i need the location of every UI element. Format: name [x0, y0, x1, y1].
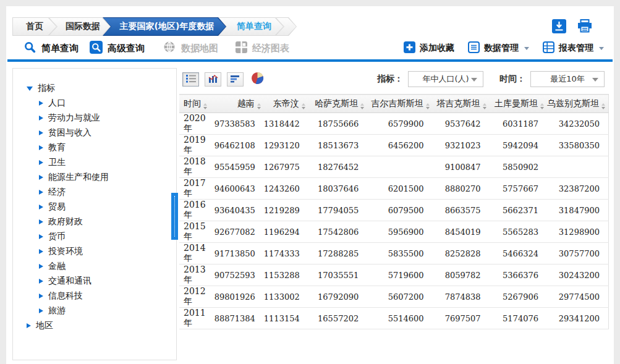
triangle-collapsed-icon[interactable] [39, 308, 43, 313]
download-icon[interactable] [552, 19, 566, 33]
sort-icon[interactable] [601, 103, 605, 109]
value-cell: 5565283 [490, 221, 547, 243]
sort-icon[interactable] [203, 103, 207, 109]
tree-child-label: 贸易 [48, 201, 66, 213]
column-header[interactable]: 塔吉克斯坦 [433, 95, 490, 113]
year-cell: 2018年 [179, 156, 214, 178]
column-header[interactable]: 土库曼斯坦 [490, 95, 547, 113]
triangle-collapsed-icon[interactable] [39, 294, 43, 298]
value-cell: 1133002 [264, 286, 308, 308]
value-cell: 1174333 [264, 243, 308, 265]
advanced-query-button[interactable]: 高级查询 [90, 41, 145, 56]
tree-child-item[interactable]: 教育 [27, 140, 176, 155]
tree-child-item[interactable]: 信息科技 [27, 289, 176, 303]
value-cell: 93640435 [214, 200, 264, 221]
tree-child-item[interactable]: 金融 [27, 259, 176, 274]
breadcrumb-tab-simple-query[interactable]: 简单查询 [218, 17, 284, 36]
add-favorite-button[interactable]: 添加收藏 [404, 41, 454, 55]
triangle-collapsed-icon[interactable] [39, 130, 43, 135]
chevron-down-icon [524, 47, 529, 50]
column-header-label: 哈萨克斯坦 [315, 98, 358, 108]
printer-icon[interactable] [577, 19, 593, 33]
value-cell [547, 156, 609, 178]
breadcrumb-tab-international-data[interactable]: 国际数据 [49, 17, 111, 36]
column-header[interactable]: 东帝汶 [264, 95, 308, 113]
value-cell: 5850902 [490, 156, 547, 178]
column-chart-button[interactable] [205, 72, 221, 87]
column-header[interactable]: 哈萨克斯坦 [308, 95, 368, 113]
tree-child-item[interactable]: 旅游 [27, 303, 176, 318]
simple-query-label: 简单查询 [41, 43, 79, 54]
column-header-label: 东帝汶 [273, 98, 299, 108]
triangle-expanded-icon[interactable] [27, 87, 33, 91]
value-cell: 8663575 [433, 200, 490, 221]
tree-child-item[interactable]: 贫困与收入 [27, 125, 176, 140]
tree-child-item[interactable]: 贸易 [27, 200, 176, 214]
chevron-down-icon [592, 78, 598, 82]
year-cell: 2016年 [179, 200, 214, 221]
column-header[interactable]: 吉尔吉斯斯坦 [367, 95, 432, 113]
value-cell: 5942094 [490, 135, 547, 156]
triangle-collapsed-icon[interactable] [39, 234, 43, 239]
year-cell: 2017年 [179, 178, 214, 200]
sort-icon[interactable] [540, 103, 544, 109]
sort-icon[interactable] [483, 103, 486, 109]
breadcrumb-tab-home[interactable]: 首页 [12, 17, 57, 36]
triangle-collapsed-icon[interactable] [39, 264, 43, 269]
sort-icon[interactable] [360, 103, 364, 109]
value-cell: 5719600 [367, 265, 432, 286]
magnifier-box-icon [90, 41, 103, 56]
sidebar: 指标人口劳动力与就业贫困与收入教育卫生能源生产和使用经济贸易政府财政货币投资环境… [12, 68, 177, 360]
panel-splitter-handle[interactable] [171, 193, 178, 240]
tree-root-item[interactable]: 指标 [27, 81, 176, 96]
triangle-collapsed-icon[interactable] [27, 323, 31, 328]
bar-chart-button[interactable] [227, 72, 244, 87]
report-manage-button[interactable]: 报表管理 [543, 41, 604, 55]
triangle-collapsed-icon[interactable] [39, 145, 43, 150]
triangle-collapsed-icon[interactable] [39, 116, 43, 121]
value-cell: 95545959 [214, 156, 264, 178]
triangle-collapsed-icon[interactable] [39, 249, 43, 254]
value-cell [367, 156, 432, 178]
indicator-select[interactable]: 年中人口(人) [408, 71, 483, 87]
column-header[interactable]: 越南 [214, 95, 264, 113]
tree-child-item[interactable]: 能源生产和使用 [27, 170, 176, 185]
tree-child-item[interactable]: 交通和通讯 [27, 274, 176, 289]
triangle-collapsed-icon[interactable] [39, 190, 43, 195]
sort-icon[interactable] [257, 103, 261, 109]
indicator-select-value: 年中人口(人) [422, 74, 469, 85]
tree-child-item[interactable]: 货币 [27, 229, 176, 244]
triangle-collapsed-icon[interactable] [39, 101, 43, 106]
data-manage-button[interactable]: 数据管理 [468, 41, 529, 55]
triangle-collapsed-icon[interactable] [39, 160, 43, 165]
tree-child-item[interactable]: 投资环境 [27, 244, 176, 259]
sort-icon[interactable] [302, 103, 305, 109]
tree-root-item[interactable]: 地区 [27, 318, 176, 333]
breadcrumb-tab-annual-data-active[interactable]: 主要国家(地区)年度数据 [103, 17, 226, 36]
year-cell: 2013年 [179, 265, 214, 286]
time-select[interactable]: 最近10年 [530, 71, 605, 87]
list-view-icon [186, 74, 196, 85]
list-view-button[interactable] [182, 72, 199, 87]
triangle-collapsed-icon[interactable] [39, 175, 43, 180]
triangle-collapsed-icon[interactable] [39, 205, 43, 210]
column-header[interactable]: 乌兹别克斯坦 [547, 95, 609, 113]
tree-child-item[interactable]: 经济 [27, 185, 176, 200]
triangle-collapsed-icon[interactable] [39, 219, 43, 224]
tree-child-label: 人口 [48, 98, 66, 109]
tree-child-label: 金融 [48, 261, 66, 272]
chevron-down-icon [471, 78, 477, 82]
value-cell: 16557202 [308, 308, 368, 329]
sort-icon[interactable] [426, 103, 430, 109]
tree-child-item[interactable]: 卫生 [27, 155, 176, 170]
tree-child-item[interactable]: 人口 [27, 96, 176, 111]
blue-divider [7, 59, 613, 62]
tree-child-item[interactable]: 政府财政 [27, 214, 176, 229]
pie-chart-button[interactable] [249, 72, 266, 87]
triangle-collapsed-icon[interactable] [39, 279, 43, 284]
value-cell: 7874838 [433, 286, 490, 308]
tree-child-item[interactable]: 劳动力与就业 [27, 111, 176, 125]
simple-query-button[interactable]: 简单查询 [23, 41, 79, 56]
value-cell: 30757700 [547, 243, 609, 265]
column-header[interactable]: 时间 [179, 95, 214, 113]
